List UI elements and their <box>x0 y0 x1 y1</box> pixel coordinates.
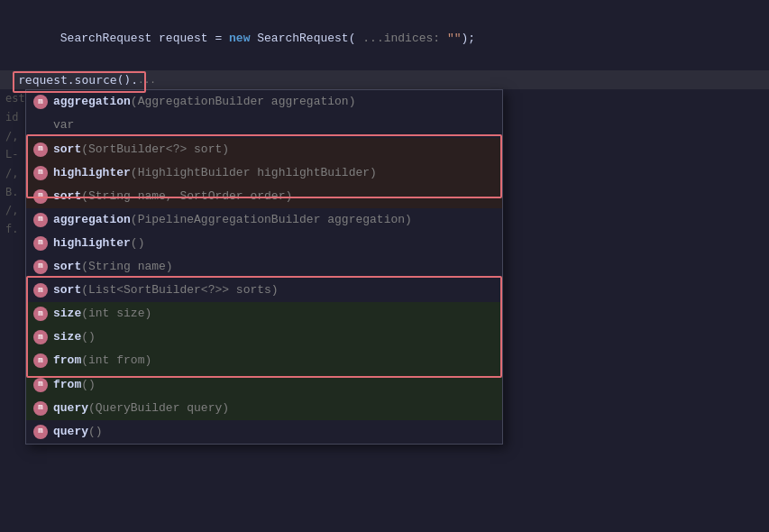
method-icon-14: m <box>33 425 48 439</box>
autocomplete-item-14[interactable]: m query() <box>26 420 502 444</box>
method-icon-13: m <box>33 401 48 416</box>
item-params-14: () <box>88 422 103 442</box>
item-params-11: (int from) <box>81 351 151 371</box>
method-icon-11: m <box>33 353 48 368</box>
item-name-0: aggregation <box>53 92 131 112</box>
item-name-3: highlighter <box>53 163 131 183</box>
side-code: est id /, L- /, B. /, f. <box>0 89 25 238</box>
method-icon-4: m <box>33 189 48 204</box>
autocomplete-item-6[interactable]: m highlighter() <box>26 232 502 255</box>
autocomplete-dropdown[interactable]: m aggregation(AggregationBuilder aggrega… <box>25 89 503 444</box>
item-params-12: () <box>81 375 96 395</box>
autocomplete-item-2[interactable]: m sort(SortBuilder<?> sort) <box>26 138 502 161</box>
item-name-2: sort <box>53 140 81 160</box>
autocomplete-item-7[interactable]: m sort(String name) <box>26 255 502 279</box>
item-name-12: from <box>53 375 81 395</box>
cursor-line: request.source().... <box>0 70 769 89</box>
item-params-0: (AggregationBuilder aggregation) <box>131 92 356 112</box>
item-name-13: query <box>53 399 88 418</box>
autocomplete-item-10[interactable]: m size() <box>26 326 502 349</box>
autocomplete-item-9[interactable]: m size(int size) <box>26 302 502 326</box>
cursor-code: request.source(). <box>18 73 138 87</box>
item-name-6: highlighter <box>53 234 131 253</box>
item-params-5: (PipelineAggregationBuilder aggregation) <box>131 210 412 230</box>
item-params-9: (int size) <box>81 304 151 324</box>
code-area: SearchRequest request = new SearchReques… <box>0 0 769 70</box>
autocomplete-area: est id /, L- /, B. /, f. m aggregation(A… <box>0 89 769 444</box>
method-icon-12: m <box>33 378 48 392</box>
autocomplete-item-0[interactable]: m aggregation(AggregationBuilder aggrega… <box>26 90 502 114</box>
autocomplete-item-4[interactable]: m sort(String name, SortOrder order) <box>26 185 502 208</box>
item-params-10: () <box>81 327 96 347</box>
item-name-4: sort <box>53 187 81 206</box>
method-icon-8: m <box>33 283 48 298</box>
method-icon-0: m <box>33 95 48 109</box>
method-icon-10: m <box>33 330 48 344</box>
item-params-7: (String name) <box>81 257 172 277</box>
code-line-1: SearchRequest request = new SearchReques… <box>18 11 751 67</box>
autocomplete-item-13[interactable]: m query(QueryBuilder query) <box>26 397 502 420</box>
autocomplete-item-8[interactable]: m sort(List<SortBuilder<?>> sorts) <box>26 279 502 302</box>
item-params-3: (HighlightBuilder highlightBuilder) <box>131 163 377 183</box>
editor-container: SearchRequest request = new SearchReques… <box>0 0 769 532</box>
autocomplete-item-11[interactable]: m from(int from) <box>26 349 502 372</box>
item-name-5: aggregation <box>53 210 131 230</box>
autocomplete-item-5[interactable]: m aggregation(PipelineAggregationBuilder… <box>26 208 502 232</box>
method-icon-5: m <box>33 213 48 227</box>
item-params-2: (SortBuilder<?> sort) <box>81 140 229 160</box>
method-icon-9: m <box>33 307 48 321</box>
item-name-10: size <box>53 327 81 347</box>
item-name-7: sort <box>53 257 81 277</box>
item-params-4: (String name, SortOrder order) <box>81 187 292 206</box>
cursor-hint: ... <box>138 75 156 86</box>
item-params-8: (List<SortBuilder<?>> sorts) <box>81 280 278 300</box>
item-params-13: (QueryBuilder query) <box>88 399 229 418</box>
item-params-6: () <box>131 234 145 253</box>
autocomplete-item-1[interactable]: var <box>26 114 502 137</box>
item-name-11: from <box>53 351 81 371</box>
item-name-9: size <box>53 304 81 324</box>
autocomplete-item-3[interactable]: m highlighter(HighlightBuilder highlight… <box>26 161 502 185</box>
method-icon-6: m <box>33 236 48 251</box>
item-name-14: query <box>53 422 88 442</box>
item-name-8: sort <box>53 280 81 300</box>
autocomplete-item-12[interactable]: m from() <box>26 373 502 397</box>
method-icon-7: m <box>33 260 48 274</box>
method-icon-2: m <box>33 142 48 157</box>
item-name-1: var <box>53 115 74 135</box>
method-icon-3: m <box>33 166 48 180</box>
